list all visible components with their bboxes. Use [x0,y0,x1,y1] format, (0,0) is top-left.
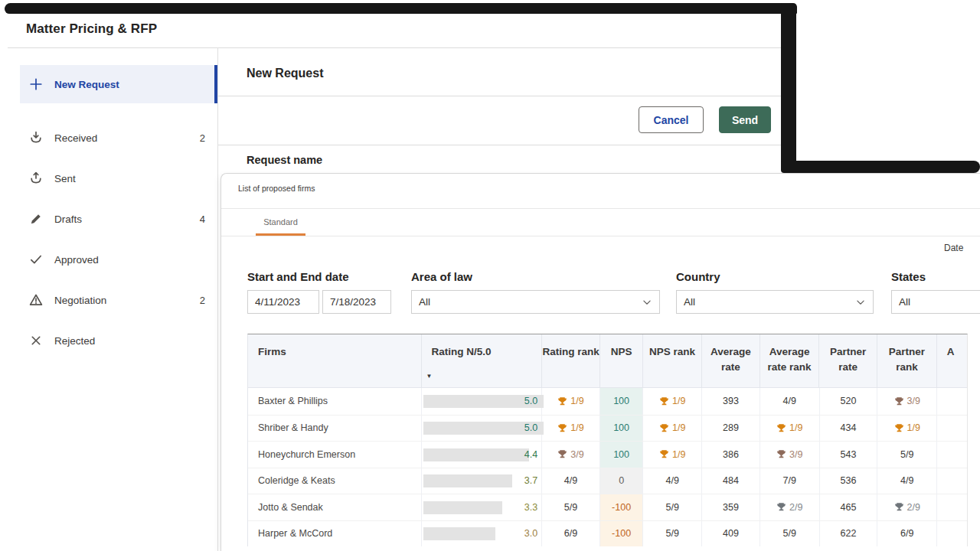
sidebar-item-rejected[interactable]: Rejected [20,324,217,357]
table-row[interactable]: Harper & McCord 3.0 6/9 -100 5/9 409 5/9… [248,520,967,547]
sidebar-item-sent[interactable]: Sent [20,161,217,195]
sidebar-item-label: Approved [54,254,217,266]
sidebar-item-label: Rejected [54,335,217,347]
trophy-icon [776,423,786,433]
country-select[interactable]: All [676,290,874,314]
rating-bar [423,527,495,540]
header-rating-rank[interactable]: Rating rank [542,334,600,387]
rating-cell: 3.0 [422,521,542,547]
rating-bar [423,501,503,514]
sidebar-item-label: Received [54,132,200,144]
partner-rank-cell: 6/9 [877,521,937,547]
firm-name: Honeychurch Emerson [248,442,422,468]
sidebar-divider [217,47,218,551]
header-rating[interactable]: Rating N/5.0▼ [422,334,543,387]
partner-rank-cell: 3/9 [877,388,937,415]
trophy-icon [776,449,786,459]
nps-rank-cell: 1/9 [643,442,702,468]
area-of-law-value: All [419,296,430,308]
sidebar-item-approved[interactable]: Approved [20,243,217,276]
send-button[interactable]: Send [719,106,771,133]
header-firms[interactable]: Firms [248,334,422,387]
tab-standard[interactable]: Standard [256,212,305,236]
trophy-icon [894,502,904,512]
frame-arm-bar [781,161,980,173]
states-select[interactable]: All [891,290,980,314]
area-of-law-select[interactable]: All [411,290,660,314]
sidebar-item-drafts[interactable]: Drafts 4 [20,202,217,236]
average-rate-cell: 359 [702,494,760,520]
trophy-icon [659,396,669,406]
states-value: All [899,296,910,308]
end-date-input[interactable] [322,290,391,314]
partner-rate-cell: 543 [820,442,878,468]
firm-name: Coleridge & Keats [248,468,422,494]
average-rate-rank-cell: 7/9 [760,468,820,494]
sidebar-item-label: New Request [54,79,217,90]
table-row[interactable]: Honeychurch Emerson 4.4 3/9 100 1/9 386 … [248,441,967,468]
chevron-down-icon [642,298,652,307]
panel-title: List of proposed firms [238,184,315,193]
sidebar-item-received[interactable]: Received 2 [20,121,217,155]
x-icon [29,334,43,347]
average-rate-rank-cell: 5/9 [760,521,820,547]
sidebar-item-label: Sent [54,173,217,184]
average-rate-rank-cell: 1/9 [760,416,820,442]
partner-rank-cell: 5/9 [877,442,937,468]
rating-cell: 5.0 [422,388,542,415]
sidebar-item-new-request[interactable]: New Request [20,65,217,103]
nps-cell: 0 [600,468,643,494]
header-nps[interactable]: NPS [600,334,643,387]
header-partner-rate[interactable]: Partner rate [819,334,877,387]
pencil-icon [29,212,43,226]
download-tray-icon [29,131,43,145]
nps-cell: -100 [600,494,643,520]
firm-name: Baxter & Phillips [248,388,422,415]
start-date-input[interactable] [247,290,319,314]
sidebar-item-count: 2 [200,132,205,144]
rating-rank-cell: 4/9 [542,468,600,494]
nps-rank-cell: 1/9 [643,416,702,442]
check-icon [29,253,43,266]
partner-rate-cell: 520 [820,388,878,415]
proposed-firms-panel: List of proposed firms Standard Date Sta… [220,173,980,551]
divider [218,145,782,145]
rating-cell: 5.0 [422,416,542,442]
table-row[interactable]: Baxter & Phillips 5.0 1/9 100 1/9 393 4/… [248,388,967,415]
upload-tray-icon [29,171,43,185]
warning-icon [29,293,43,307]
table-row[interactable]: Shriber & Handy 5.0 1/9 100 1/9 289 1/9 … [248,415,967,442]
partial-cell [937,388,967,415]
partner-rank-cell: 4/9 [877,468,937,494]
rating-value: 3.7 [524,475,537,486]
states-label: States [891,270,926,283]
plus-icon [29,77,43,91]
rating-cell: 4.4 [422,442,542,468]
sidebar-item-count: 4 [200,214,205,225]
header-partner-rank[interactable]: Partner rank [877,334,937,387]
average-rate-rank-cell: 4/9 [760,388,820,415]
header-average-rate[interactable]: Average rate [702,334,760,387]
partner-rank-cell: 2/9 [877,494,937,520]
header-average-rate-rank[interactable]: Average rate rank [760,334,820,387]
screenshot-stage: Matter Pricing & RFP New Request Receive… [0,0,980,551]
partner-rate-cell: 465 [820,494,878,520]
divider [221,208,980,209]
trophy-icon [659,449,669,459]
table-row[interactable]: Jotto & Sendak 3.3 5/9 -100 5/9 359 2/9 … [248,494,967,520]
header-label: Rating N/5.0 [432,346,492,357]
sidebar-item-negotiation[interactable]: Negotiation 2 [20,283,217,317]
nps-cell: 100 [600,442,643,468]
firm-name: Jotto & Sendak [248,494,422,520]
divider [221,236,980,236]
rating-rank-cell: 1/9 [542,388,600,415]
average-rate-cell: 289 [702,416,760,442]
firm-name: Harper & McCord [248,521,422,547]
cancel-button[interactable]: Cancel [639,106,704,133]
table-row[interactable]: Coleridge & Keats 3.7 4/9 0 4/9 484 7/9 … [248,468,967,494]
nps-rank-cell: 4/9 [643,468,702,494]
header-nps-rank[interactable]: NPS rank [643,334,702,387]
header-partial-column: A [937,334,967,387]
table-header-row: Firms Rating N/5.0▼ Rating rank NPS NPS … [248,334,967,388]
rating-rank-cell: 6/9 [542,521,600,547]
